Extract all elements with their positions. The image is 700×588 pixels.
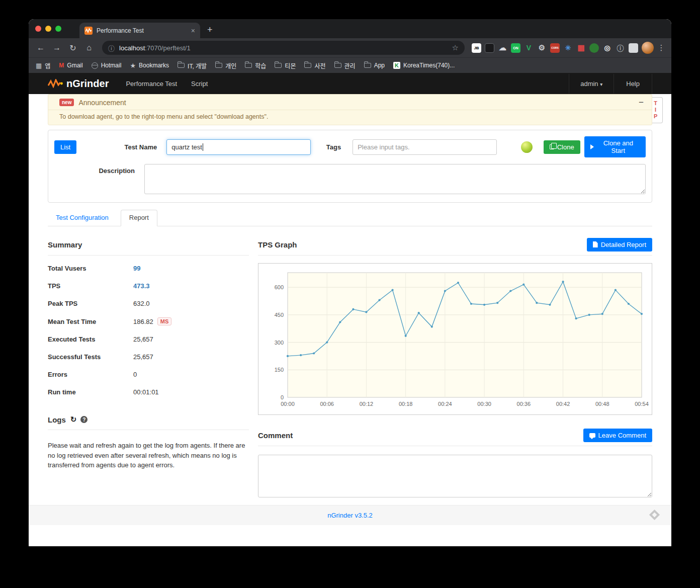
back-icon[interactable]: ← — [35, 43, 47, 52]
navbar-right: admin ▾ Help — [569, 74, 652, 94]
phone-extension-icon[interactable] — [485, 43, 494, 53]
detailed-report-button[interactable]: Detailed Report — [587, 238, 652, 251]
comment-textarea[interactable] — [258, 455, 652, 497]
v-extension-icon[interactable]: V — [524, 43, 534, 53]
svg-text:300: 300 — [275, 340, 284, 346]
announcement-header: new Announcement − — [48, 95, 652, 110]
test-header-card: List Test Name quartz test Tags Clone Cl… — [48, 130, 652, 203]
svg-text:00:42: 00:42 — [556, 401, 570, 407]
tps-graph-title: TPS Graph — [258, 240, 297, 249]
svg-text:00:00: 00:00 — [281, 401, 295, 407]
tps-value: 473.3 — [133, 282, 249, 290]
address-bar[interactable]: ⓘ localhost:7070/perftest/1 ☆ — [102, 41, 465, 55]
bookmark-label: 개인 — [225, 61, 236, 70]
brand-text: nGrinder — [66, 78, 109, 90]
grid-extension-icon[interactable]: ▦ — [576, 43, 586, 53]
bookmark-label: KoreaTimes(740)... — [403, 62, 455, 69]
new-tab-button[interactable]: + — [207, 25, 213, 35]
graph-column: TPS Graph Detailed Report 01503004506000… — [258, 237, 652, 499]
bookmark-star-icon[interactable]: ☆ — [452, 43, 459, 52]
bookmark-item-apps[interactable]: ▦ 앱 — [36, 61, 50, 70]
logs-help-icon[interactable]: ? — [80, 416, 88, 423]
tab-test-configuration[interactable]: Test Configuration — [55, 210, 110, 226]
bookmark-label: App — [374, 62, 385, 69]
clone-and-start-button[interactable]: Clone and Start — [584, 136, 646, 157]
bookmark-folder-personal[interactable]: 개인 — [215, 61, 236, 70]
play-icon — [590, 144, 594, 149]
reload-icon[interactable]: ↻ — [67, 43, 79, 53]
summary-row: Mean Test Time186.82MS — [48, 317, 249, 325]
forward-icon[interactable]: → — [51, 43, 63, 52]
admin-dropdown[interactable]: admin ▾ — [569, 74, 614, 94]
list-button[interactable]: List — [54, 140, 76, 154]
clone-button[interactable]: Clone — [544, 140, 580, 154]
tags-input[interactable] — [353, 139, 497, 155]
errors-value: 0 — [133, 371, 249, 378]
folder-icon — [215, 63, 222, 68]
footer-diamond-icon — [649, 510, 660, 520]
bookmark-folder-dictionary[interactable]: 사전 — [304, 61, 325, 70]
cloud-extension-icon[interactable]: ☁ — [498, 43, 507, 53]
bookmark-folder-it-dev[interactable]: IT, 개발 — [178, 61, 207, 70]
test-name-label: Test Name — [76, 143, 157, 151]
browser-menu-icon[interactable]: ⋮ — [657, 43, 665, 52]
browser-tab[interactable]: Performance Test × — [79, 23, 200, 38]
ngrinder-logo[interactable]: nGrinder — [48, 78, 109, 90]
cors-extension-icon[interactable]: CORS — [550, 43, 560, 53]
tab-report[interactable]: Report — [121, 210, 157, 226]
bookmark-folder-app[interactable]: App — [364, 62, 385, 69]
on-extension-icon[interactable]: ON — [511, 43, 520, 53]
minimize-window-button[interactable] — [45, 26, 51, 32]
refresh-logs-icon[interactable]: ↻ — [70, 415, 77, 424]
browser-window: Performance Test × + ← → ↻ ⌂ ⓘ localhost… — [29, 19, 671, 546]
gmail-icon: M — [59, 62, 64, 69]
close-tab-icon[interactable]: × — [191, 27, 195, 35]
help-link[interactable]: Help — [614, 74, 652, 94]
profile-avatar[interactable] — [642, 42, 654, 54]
zoom-window-button[interactable] — [55, 26, 61, 32]
version-link[interactable]: nGrinder v3.5.2 — [327, 512, 373, 519]
jetbrains-extension-icon[interactable]: JB — [472, 43, 481, 53]
url-text: localhost:7070/perftest/1 — [119, 44, 448, 52]
site-info-icon[interactable]: ⓘ — [108, 43, 115, 53]
favicon-wave-icon — [85, 28, 92, 33]
bookmark-item-koreatimes[interactable]: K KoreaTimes(740)... — [393, 62, 455, 69]
agent-status-ball — [521, 141, 533, 153]
asterisk-extension-icon[interactable]: ✳ — [563, 43, 573, 53]
bookmark-folder-admin[interactable]: 관리 — [334, 61, 356, 70]
bookmark-folder-study[interactable]: 학습 — [245, 61, 266, 70]
nav-performance-test[interactable]: Performance Test — [126, 80, 177, 88]
test-name-input[interactable]: quartz test — [166, 139, 311, 155]
page-content: nGrinder Performance Test Script admin ▾… — [29, 73, 671, 525]
info-extension-icon[interactable]: ⓘ — [616, 43, 625, 53]
folder-icon — [304, 63, 311, 68]
leave-comment-button[interactable]: Leave Comment — [583, 429, 652, 442]
announcement-title: Announcement — [78, 99, 126, 107]
summary-column: Summary Total Vusers99 TPS473.3 Peak TPS… — [48, 237, 249, 499]
ring-extension-icon[interactable]: ◎ — [602, 43, 612, 53]
tps-chart: 015030045060000:0000:0600:1200:1800:2400… — [258, 263, 652, 415]
svg-text:600: 600 — [275, 284, 284, 290]
bookmark-folder-tmon[interactable]: 티몬 — [275, 61, 296, 70]
extensions-puzzle-icon[interactable] — [629, 43, 638, 53]
successful-tests-value: 25,657 — [133, 353, 249, 361]
gear-extension-icon[interactable]: ⚙ — [537, 43, 547, 53]
main-menu: Performance Test Script — [126, 80, 208, 88]
bookmark-item-bookmarks[interactable]: ★ Bookmarks — [130, 62, 169, 69]
summary-rows: Total Vusers99 TPS473.3 Peak TPS632.0 Me… — [48, 265, 249, 396]
home-icon[interactable]: ⌂ — [83, 43, 95, 52]
collapse-announcement-icon[interactable]: − — [639, 98, 644, 107]
summary-row: Peak TPS632.0 — [48, 300, 249, 307]
nav-script[interactable]: Script — [191, 80, 208, 88]
close-window-button[interactable] — [35, 26, 41, 32]
description-textarea[interactable] — [144, 164, 646, 194]
bookmark-label: 티몬 — [285, 61, 296, 70]
summary-row: Total Vusers99 — [48, 265, 249, 272]
svg-text:0: 0 — [281, 394, 284, 400]
bookmark-label: 학습 — [255, 61, 266, 70]
hand-extension-icon[interactable] — [589, 43, 599, 53]
bookmark-item-hotmail[interactable]: Hotmail — [92, 62, 122, 69]
test-name-value: quartz test — [171, 143, 202, 151]
bookmark-item-gmail[interactable]: M Gmail — [59, 62, 82, 69]
tip-tab[interactable]: TIP — [652, 97, 663, 123]
